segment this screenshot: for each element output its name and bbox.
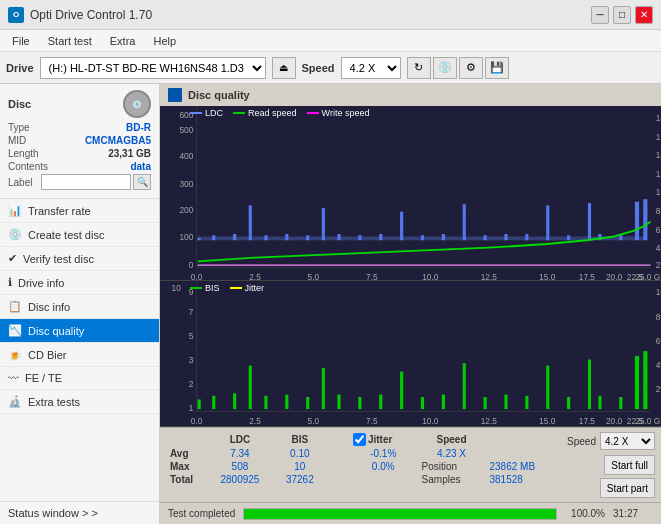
nav-drive-info[interactable]: ℹ Drive info — [0, 271, 159, 295]
svg-rect-102 — [421, 397, 424, 409]
svg-text:10X: 10X — [656, 187, 661, 198]
drive-select[interactable]: (H:) HL-DT-ST BD-RE WH16NS48 1.D3 — [40, 57, 266, 79]
svg-rect-54 — [546, 205, 549, 240]
label-search-button[interactable]: 🔍 — [133, 174, 151, 190]
ldc-legend-label: LDC — [205, 108, 223, 118]
svg-rect-92 — [233, 393, 236, 409]
avg-speed: 4.23 X — [418, 447, 486, 460]
samples-value: 381528 — [485, 473, 563, 486]
svg-text:3: 3 — [189, 355, 194, 366]
svg-text:5.0: 5.0 — [308, 415, 320, 426]
svg-rect-44 — [337, 234, 340, 240]
speed-col-header: Speed — [418, 432, 486, 447]
svg-rect-93 — [249, 366, 252, 409]
nav-fe-te[interactable]: 〰 FE / TE — [0, 367, 159, 390]
svg-text:0.0: 0.0 — [191, 415, 203, 426]
svg-rect-107 — [525, 396, 528, 409]
menu-help[interactable]: Help — [145, 33, 184, 49]
svg-text:0: 0 — [189, 259, 194, 270]
bis-col-header: BIS — [274, 432, 326, 447]
close-button[interactable]: ✕ — [635, 6, 653, 24]
drive-info-icon: ℹ — [8, 276, 12, 289]
menu-bar: File Start test Extra Help — [0, 30, 661, 52]
svg-text:16X: 16X — [656, 131, 661, 142]
svg-text:2.5: 2.5 — [249, 271, 261, 280]
minimize-button[interactable]: ─ — [591, 6, 609, 24]
length-label: Length — [8, 148, 39, 159]
sidebar: Disc 💿 Type BD-R MID CMCMAGBA5 Length 23… — [0, 84, 160, 524]
svg-text:1: 1 — [189, 403, 194, 414]
svg-rect-96 — [306, 397, 309, 409]
svg-rect-91 — [212, 396, 215, 409]
svg-text:17.5: 17.5 — [579, 415, 595, 426]
svg-rect-108 — [546, 366, 549, 409]
jitter-checkbox-label: Jitter — [368, 434, 392, 445]
mid-value: CMCMAGBA5 — [85, 135, 151, 146]
svg-text:5: 5 — [189, 330, 194, 341]
label-label: Label — [8, 177, 32, 188]
svg-text:15.0: 15.0 — [539, 415, 555, 426]
disc-info-icon: 📋 — [8, 300, 22, 313]
menu-extra[interactable]: Extra — [102, 33, 144, 49]
svg-text:25.0 GB: 25.0 GB — [635, 415, 661, 426]
nav-verify-test-disc[interactable]: ✔ Verify test disc — [0, 247, 159, 271]
svg-text:25.0 GB: 25.0 GB — [635, 271, 661, 280]
progress-time: 31:27 — [613, 508, 653, 519]
svg-rect-111 — [598, 396, 601, 409]
disc-icon-btn[interactable]: 💿 — [433, 57, 457, 79]
avg-row: Avg 7.34 0.10 -0.1% 4.23 X — [166, 447, 563, 460]
jitter-checkbox[interactable] — [353, 433, 366, 446]
svg-text:400: 400 — [179, 151, 193, 162]
eject-button[interactable]: ⏏ — [272, 57, 296, 79]
save-icon-btn[interactable]: 💾 — [485, 57, 509, 79]
menu-start-test[interactable]: Start test — [40, 33, 100, 49]
nav-create-test-disc[interactable]: 💿 Create test disc — [0, 223, 159, 247]
drive-label: Drive — [6, 62, 34, 74]
avg-jitter: -0.1% — [349, 447, 418, 460]
progress-track — [243, 508, 557, 520]
nav-transfer-rate[interactable]: 📊 Transfer rate — [0, 199, 159, 223]
speed-select[interactable]: 4.2 X Max 8X — [341, 57, 401, 79]
verify-test-disc-icon: ✔ — [8, 252, 17, 265]
svg-text:200: 200 — [179, 204, 193, 215]
nav-disc-info[interactable]: 📋 Disc info — [0, 295, 159, 319]
start-full-button[interactable]: Start full — [604, 455, 655, 475]
svg-text:6X: 6X — [656, 224, 661, 235]
bis-legend-label: BIS — [205, 283, 220, 293]
settings-icon-btn[interactable]: ⚙ — [459, 57, 483, 79]
progress-percentage: 100.0% — [565, 508, 605, 519]
label-input[interactable] — [41, 174, 131, 190]
svg-rect-37 — [212, 235, 215, 240]
start-part-button[interactable]: Start part — [600, 478, 655, 498]
avg-bis: 0.10 — [274, 447, 326, 460]
svg-rect-97 — [322, 368, 325, 409]
type-label: Type — [8, 122, 30, 133]
create-test-disc-icon: 💿 — [8, 228, 22, 241]
svg-rect-51 — [484, 235, 487, 240]
max-row: Max 508 10 0.0% Position 23862 MB — [166, 460, 563, 473]
svg-rect-46 — [379, 234, 382, 240]
fe-te-icon: 〰 — [8, 372, 19, 384]
app-icon: O — [8, 7, 24, 23]
total-bis: 37262 — [274, 473, 326, 486]
svg-text:2.5: 2.5 — [249, 415, 261, 426]
nav-extra-tests[interactable]: 🔬 Extra tests — [0, 390, 159, 414]
maximize-button[interactable]: □ — [613, 6, 631, 24]
svg-text:100: 100 — [179, 232, 193, 243]
total-label: Total — [166, 473, 206, 486]
svg-text:2X: 2X — [656, 259, 661, 270]
nav-cd-bier[interactable]: 🍺 CD Bier — [0, 343, 159, 367]
svg-text:8X: 8X — [656, 205, 661, 216]
nav-disc-quality[interactable]: 📉 Disc quality — [0, 319, 159, 343]
svg-text:6%: 6% — [656, 335, 661, 346]
refresh-button[interactable]: ↻ — [407, 57, 431, 79]
jitter-legend-label: Jitter — [245, 283, 265, 293]
drive-bar: Drive (H:) HL-DT-ST BD-RE WH16NS48 1.D3 … — [0, 52, 661, 84]
menu-file[interactable]: File — [4, 33, 38, 49]
jitter-col-header: Jitter — [349, 432, 418, 447]
svg-text:15.0: 15.0 — [539, 271, 555, 280]
svg-rect-105 — [484, 397, 487, 409]
stats-speed-select[interactable]: 4.2 X — [600, 432, 655, 450]
status-window-button[interactable]: Status window > > — [0, 501, 159, 524]
svg-rect-47 — [400, 212, 403, 241]
